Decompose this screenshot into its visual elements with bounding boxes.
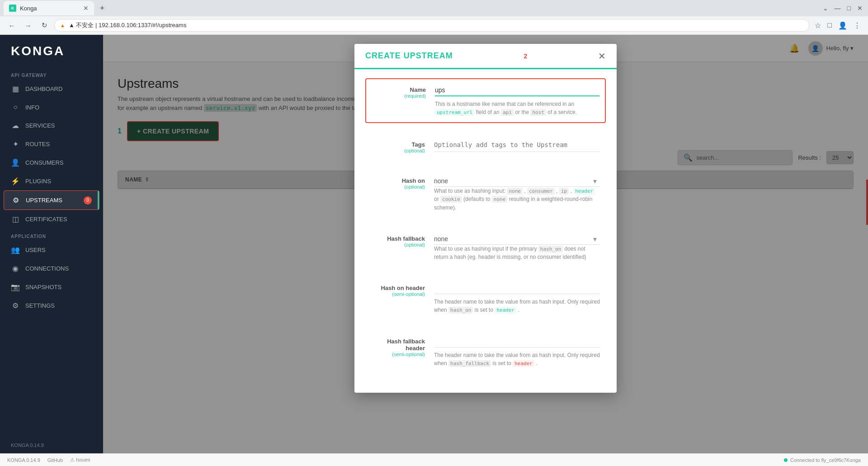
hash-on-select[interactable]: none consumer ip header cookie — [434, 176, 600, 187]
tags-input[interactable] — [434, 139, 600, 152]
modal-step: 2 — [524, 52, 527, 60]
reload-button[interactable]: ↻ — [38, 19, 51, 32]
hash-on-label: Hash on — [371, 177, 425, 184]
cloud-icon: ☁ — [11, 121, 20, 130]
info-icon: ○ — [11, 103, 20, 111]
consumer-code: consumer — [527, 188, 555, 195]
name-input[interactable] — [435, 85, 599, 96]
header-code2: header — [495, 307, 516, 314]
modal-title: CREATE UPSTREAM — [365, 51, 453, 61]
sidebar-item-routes[interactable]: ✦ ROUTES — [0, 135, 103, 153]
new-tab-button[interactable]: + — [96, 2, 108, 14]
hash-on-header-label: Hash on header — [371, 285, 425, 291]
app-layout: KONGA API GATEWAY ▦ DASHBOARD ○ INFO ☁ S… — [0, 35, 868, 453]
sidebar-footer: KONGA 0.14.9 — [0, 437, 103, 453]
hash-fallback-select-wrap: none consumer ip header cookie ▾ — [434, 233, 600, 245]
upstreams-icon: ⚙ — [11, 196, 20, 204]
close-tab-button[interactable]: ✕ — [83, 5, 89, 12]
sidebar-item-dashboard[interactable]: ▦ DASHBOARD — [0, 80, 103, 98]
create-upstream-modal: CREATE UPSTREAM 2 ✕ Name (required) — [354, 44, 617, 393]
sidebar-item-label: CONSUMERS — [25, 159, 64, 166]
footer-version: KONGA 0.14.9 — [7, 457, 40, 463]
header-code1: header — [573, 188, 595, 195]
modal-close-button[interactable]: ✕ — [598, 52, 606, 61]
hash-fallback-label: Hash fallback — [371, 235, 425, 242]
main-content: 🔔 👤 Hello, fly ▾ Upstreams The upstream … — [103, 35, 868, 453]
sidebar-item-plugins[interactable]: ⚡ PLUGINS — [0, 172, 103, 190]
hash-on-code: hash_on — [538, 246, 563, 252]
hash-on-header-semi-optional: (semi-optional) — [371, 291, 425, 297]
address-bar[interactable]: ▲ ▲ 不安全 | 192.168.0.106:1337/#!/upstream… — [54, 19, 809, 32]
forward-button[interactable]: → — [22, 19, 34, 32]
tags-field-label: Tags — [371, 141, 425, 148]
hash-fallback-label-col: Hash fallback (optional) — [371, 233, 425, 262]
hash-fallback-header-field-group: Hash fallback header (semi-optional) The… — [365, 331, 606, 373]
consumers-icon: 👤 — [11, 158, 20, 167]
connections-icon: ◉ — [11, 264, 20, 273]
hash-on-select-wrap: none consumer ip header cookie ▾ — [434, 176, 600, 187]
extensions-icon[interactable]: □ — [826, 20, 834, 31]
bookmark-star-icon[interactable]: ☆ — [813, 20, 823, 31]
name-field-required: (required) — [372, 93, 426, 99]
hash-fallback-header-input[interactable] — [434, 336, 600, 347]
nav-actions: ☆ □ 👤 ⋮ — [813, 20, 863, 31]
hash-on-header-input[interactable] — [434, 283, 600, 294]
upstreams-badge: 0 — [84, 196, 92, 204]
footer-issues-link[interactable]: ⚠ Issues — [70, 457, 90, 463]
sidebar-item-info[interactable]: ○ INFO — [0, 98, 103, 116]
tags-field-label-col: Tags (optional) — [371, 139, 425, 154]
sidebar-item-label: UPSTREAMS — [26, 197, 62, 204]
sidebar: KONGA API GATEWAY ▦ DASHBOARD ○ INFO ☁ S… — [0, 35, 103, 453]
hash-fallback-header-input-col: The header name to take the value from a… — [434, 336, 600, 368]
name-field-input-col: This is a hostname like name that can be… — [435, 85, 599, 117]
footer-version: KONGA 0.14.9 — [11, 442, 44, 448]
sidebar-item-upstreams[interactable]: ⚙ UPSTREAMS 0 — [4, 190, 99, 210]
ip-code: ip — [559, 188, 569, 195]
minimize-icon[interactable]: — — [833, 3, 843, 14]
none-code1: none — [507, 188, 523, 195]
sidebar-item-label: PLUGINS — [25, 178, 51, 185]
hash-fallback-field-group: Hash fallback (optional) none consumer i… — [365, 228, 606, 267]
dashboard-icon: ▦ — [11, 85, 20, 93]
settings-icon: ⚙ — [11, 301, 20, 310]
window-close-icon[interactable]: ✕ — [855, 3, 864, 14]
hash-on-input-col: none consumer ip header cookie ▾ What to… — [434, 176, 600, 212]
sidebar-item-certificates[interactable]: ◫ CERTIFICATES — [0, 210, 103, 228]
hash-on-header-desc: The header name to take the value from a… — [434, 298, 600, 314]
footer-github-link[interactable]: GitHub — [47, 457, 63, 463]
sidebar-item-settings[interactable]: ⚙ SETTINGS — [0, 296, 103, 315]
logo-text: KONGA — [11, 44, 92, 58]
modal-header: CREATE UPSTREAM 2 ✕ — [354, 44, 617, 69]
sidebar-item-label: SNAPSHOTS — [25, 284, 61, 290]
connected-dot — [784, 458, 788, 462]
maximize-icon[interactable]: □ — [845, 3, 853, 14]
name-field-desc: This is a hostname like name that can be… — [435, 100, 599, 117]
browser-chrome: K Konga ✕ + ⌄ — □ ✕ ← → ↻ ▲ ▲ 不安全 | 192.… — [0, 0, 868, 35]
sidebar-item-label: CERTIFICATES — [25, 216, 67, 223]
hash-on-desc: What to use as hashing input: none , con… — [434, 187, 600, 212]
sidebar-item-snapshots[interactable]: 📷 SNAPSHOTS — [0, 278, 103, 296]
hash-fallback-input-col: none consumer ip header cookie ▾ What to… — [434, 233, 600, 262]
menu-icon[interactable]: ⋮ — [852, 20, 863, 31]
sidebar-item-services[interactable]: ☁ SERVICES — [0, 116, 103, 135]
app-footer: KONGA 0.14.9 GitHub ⚠ Issues Connected t… — [0, 453, 868, 466]
tab-list-icon[interactable]: ⌄ — [821, 3, 830, 14]
hash-fallback-select[interactable]: none consumer ip header cookie — [434, 233, 600, 245]
browser-tab[interactable]: K Konga ✕ — [4, 1, 94, 15]
account-icon[interactable]: 👤 — [836, 20, 849, 31]
browser-nav: ← → ↻ ▲ ▲ 不安全 | 192.168.0.106:1337/#!/up… — [0, 16, 868, 34]
sidebar-item-connections[interactable]: ◉ CONNECTIONS — [0, 259, 103, 278]
back-button[interactable]: ← — [5, 19, 18, 32]
sidebar-item-users[interactable]: 👥 USERS — [0, 241, 103, 259]
hash-fallback-desc: What to use as hashing input if the prim… — [434, 245, 600, 262]
hash-on-header-label-col: Hash on header (semi-optional) — [371, 283, 425, 314]
certificates-icon: ◫ — [11, 215, 20, 223]
sidebar-item-consumers[interactable]: 👤 CONSUMERS — [0, 153, 103, 172]
tab-title: Konga — [20, 5, 80, 12]
url-text: ▲ 不安全 | 192.168.0.106:1337/#!/upstreams — [69, 21, 803, 29]
tags-field-group: Tags (optional) — [365, 134, 606, 159]
modal-overlay: CREATE UPSTREAM 2 ✕ Name (required) — [103, 35, 868, 453]
tab-favicon: K — [9, 5, 16, 12]
hash-fallback-header-label: Hash fallback header — [371, 338, 425, 352]
name-field-group: Name (required) This is a hostname like … — [365, 78, 606, 123]
